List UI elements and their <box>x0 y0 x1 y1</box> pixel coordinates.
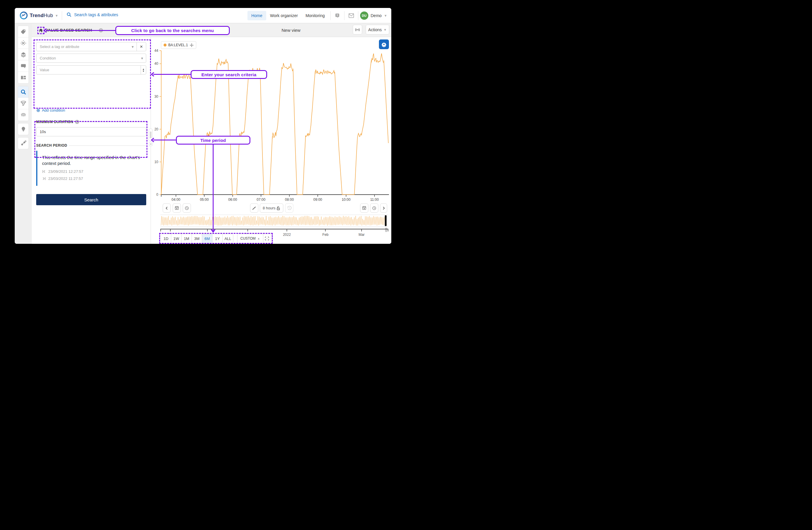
rail-group: +÷−× <box>18 26 29 84</box>
stepper-up-icon[interactable]: ▲ <box>142 68 144 70</box>
context-overview-waveform <box>160 215 388 226</box>
range-button-all[interactable]: ALL <box>223 234 233 243</box>
plus-circle-icon: ⊕ <box>36 108 40 113</box>
sidebar-item-fingerprint[interactable] <box>18 109 29 121</box>
pan-right-button[interactable] <box>380 204 387 213</box>
fit-range-button[interactable] <box>263 234 271 243</box>
left-icon-rail: +÷−× <box>15 23 32 244</box>
move-icon[interactable] <box>190 43 193 47</box>
range-button-1m[interactable]: 1M <box>182 234 192 243</box>
context-period-overview[interactable] <box>160 215 388 227</box>
view-title: New view <box>281 28 300 33</box>
actions-label: Actions <box>368 27 382 32</box>
value-input-field[interactable]: Value ▲▼ <box>36 65 146 74</box>
sidebar-item-tag[interactable] <box>18 26 29 38</box>
chevron-up-icon: ▲ <box>258 237 260 240</box>
set-start-time-button[interactable] <box>183 204 191 213</box>
layers-icon <box>20 52 27 58</box>
divider <box>62 11 62 20</box>
trendhub-logo[interactable]: TrendHub ▼ <box>20 12 58 19</box>
nav-work-organizer[interactable]: Work organizer <box>266 11 302 20</box>
help-bubble-icon: ? <box>334 13 340 18</box>
filter-icon <box>20 100 27 107</box>
minimum-duration-value: 10s <box>37 129 146 134</box>
brand-chevron-down-icon[interactable]: ▼ <box>55 14 58 17</box>
custom-range-label: CUSTOM <box>241 236 256 240</box>
x-tick-label: 05:00 <box>200 198 208 201</box>
account-name: Demo <box>371 13 381 18</box>
range-button-6m[interactable]: 6M <box>202 234 213 243</box>
chart-settings-button[interactable] <box>379 40 389 49</box>
set-start-date-button[interactable] <box>173 204 181 213</box>
sidebar-item-recommendations[interactable] <box>18 138 29 149</box>
nav-home[interactable]: Home <box>247 11 266 20</box>
minimum-duration-help-icon[interactable]: ? <box>75 120 79 124</box>
sidebar-item-layers[interactable] <box>18 49 29 60</box>
rail-group <box>18 123 29 135</box>
tag-select-placeholder: Select a tag or attribute <box>37 44 129 49</box>
chevron-right-icon <box>382 206 386 210</box>
range-button-1d[interactable]: 1D <box>161 234 171 243</box>
add-condition-label: Add condition <box>42 108 65 112</box>
fingerprint-icon <box>20 112 27 118</box>
messages-button[interactable] <box>346 13 356 18</box>
sidebar-item-filter[interactable] <box>18 98 29 109</box>
rail-group <box>18 137 29 149</box>
dashboard-tiles-icon <box>20 74 27 81</box>
range-button-1y[interactable]: 1Y <box>213 234 223 243</box>
actions-button[interactable]: Actions ▼ <box>366 25 389 34</box>
search-period-label: SEARCH PERIOD <box>36 143 67 148</box>
value-stepper[interactable]: ▲▼ <box>141 66 146 74</box>
sidebar-item-dashboard-tiles[interactable] <box>18 72 29 83</box>
series-name: BA:LEVEL.1 <box>168 43 188 47</box>
home-icon <box>38 28 44 33</box>
context-brush-handle[interactable] <box>385 215 387 226</box>
condition-select-field[interactable]: Condition ▼ <box>36 54 146 63</box>
value-based-search-panel: Select a tag or attribute ▼ ✕ Condition … <box>32 37 151 244</box>
divider <box>69 145 146 146</box>
pan-left-button[interactable] <box>163 204 171 213</box>
range-button-3m[interactable]: 3M <box>192 234 202 243</box>
annotation-time-period-note: Time period <box>176 136 250 144</box>
sidebar-item-calculation[interactable]: +÷−× <box>18 38 29 49</box>
help-button[interactable]: ? <box>332 13 343 18</box>
trend-chart[interactable]: 0102030404404:0005:0006:0007:0008:0009:0… <box>154 40 391 201</box>
minimum-duration-input[interactable]: 10s <box>36 127 146 136</box>
annotation-time-period-arrow <box>153 140 176 140</box>
monotonic-scale-button[interactable] <box>250 204 258 213</box>
context-month-label: Feb <box>322 233 329 237</box>
range-button-1w[interactable]: 1W <box>171 234 182 243</box>
history-button[interactable] <box>285 204 293 213</box>
context-month-label: Mar <box>359 233 365 237</box>
tag-select-field[interactable]: Select a tag or attribute ▼ ✕ <box>36 42 146 51</box>
add-condition-button[interactable]: ⊕ Add condition <box>36 108 65 113</box>
tag-clear-icon[interactable]: ✕ <box>137 44 146 49</box>
nav-monitoring[interactable]: Monitoring <box>302 11 328 20</box>
account-menu[interactable]: DU Demo ▼ <box>360 12 387 20</box>
custom-range-button[interactable]: CUSTOM ▲ <box>237 234 263 243</box>
global-search[interactable]: Search tags & attributes <box>67 12 118 17</box>
sidebar-item-lightbulb[interactable] <box>18 123 29 135</box>
panel-collapse-button[interactable]: ✕ <box>149 142 153 146</box>
x-tick-label: 11:00 <box>370 198 379 201</box>
annotation-arrowhead-left <box>151 138 155 142</box>
tag-select-chevron-down-icon[interactable]: ▼ <box>129 45 136 48</box>
duration-lock-button[interactable]: 8 hours <box>260 204 283 213</box>
set-end-time-button[interactable] <box>370 204 378 213</box>
sidebar-item-comment[interactable] <box>18 60 29 72</box>
series-legend-chip[interactable]: BA:LEVEL.1 <box>161 41 196 49</box>
annotation-back-note: Click to go back to the searches menu <box>115 26 230 35</box>
live-mode-button[interactable] <box>353 25 362 34</box>
search-button[interactable]: Search <box>36 194 146 205</box>
set-end-date-button[interactable] <box>360 204 368 213</box>
clock-icon <box>185 206 189 210</box>
stepper-down-icon[interactable]: ▼ <box>142 70 144 72</box>
sidebar-item-search[interactable] <box>18 86 29 98</box>
open-lock-icon <box>276 206 280 210</box>
search-period-note: This reflects the time range specified i… <box>42 155 142 167</box>
y-tick-label: 30 <box>155 95 159 99</box>
expand-icon <box>265 236 269 240</box>
series-color-dot <box>163 44 166 46</box>
x-tick-label: 06:00 <box>228 198 237 201</box>
condition-chevron-down-icon[interactable]: ▼ <box>138 57 146 60</box>
